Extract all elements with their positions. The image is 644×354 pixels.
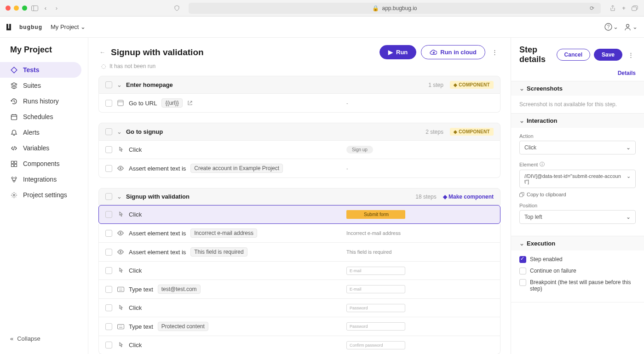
preview-text: - bbox=[346, 166, 348, 171]
click-icon bbox=[117, 268, 124, 274]
chevron-down-icon: ⌄ bbox=[627, 173, 631, 179]
logo[interactable]: bugbug bbox=[6, 24, 42, 30]
details-title: Step details bbox=[519, 45, 553, 64]
checkbox[interactable] bbox=[105, 249, 112, 256]
sidebar-toggle-icon[interactable] bbox=[31, 6, 38, 11]
checkbox[interactable] bbox=[105, 323, 112, 330]
step-row[interactable]: Go to URL{{url}}- bbox=[98, 94, 500, 113]
position-select[interactable]: Top left ⌄ bbox=[519, 210, 636, 224]
assert-icon bbox=[117, 230, 124, 236]
step-row[interactable]: Type textProtected contentPassword bbox=[98, 317, 500, 336]
step-row[interactable]: ClickConfirm password bbox=[98, 336, 500, 354]
step-count: 18 steps bbox=[415, 194, 436, 200]
step-param: test@test.com bbox=[158, 285, 201, 294]
sidebar-item-variables[interactable]: Variables bbox=[0, 140, 81, 156]
sidebar-item-project-settings[interactable]: Project settings bbox=[0, 187, 81, 203]
reload-icon[interactable]: ⟳ bbox=[590, 5, 594, 11]
checkbox[interactable] bbox=[105, 100, 112, 107]
help-dropdown[interactable]: ? ⌄ bbox=[604, 23, 618, 31]
cancel-button[interactable]: Cancel bbox=[557, 49, 590, 61]
checkbox[interactable] bbox=[105, 128, 112, 135]
checkbox[interactable] bbox=[105, 267, 112, 274]
screenshots-empty: Screenshot is not available for this ste… bbox=[511, 96, 644, 113]
external-link-icon[interactable] bbox=[187, 100, 193, 106]
step-param: Incorrect e-mail address bbox=[190, 228, 257, 238]
new-tab-icon[interactable]: + bbox=[620, 5, 627, 11]
step-row[interactable]: Assert element text isCreate account in … bbox=[98, 159, 500, 178]
url-bar[interactable]: 🔒 app.bugbug.io ⟳ bbox=[189, 3, 601, 14]
checkbox[interactable] bbox=[105, 342, 112, 348]
checkbox[interactable] bbox=[105, 165, 112, 172]
preview-text: This field is required bbox=[346, 249, 391, 255]
checkbox[interactable] bbox=[105, 286, 112, 293]
sidebar-item-suites[interactable]: Suites bbox=[0, 78, 81, 93]
help-icon[interactable]: ⓘ bbox=[540, 161, 545, 168]
action-select[interactable]: Click ⌄ bbox=[519, 141, 636, 154]
nav-label: Variables bbox=[23, 144, 49, 152]
checkbox[interactable] bbox=[105, 81, 112, 88]
nav-label: Components bbox=[23, 160, 59, 167]
more-menu[interactable]: ⋮ bbox=[490, 47, 500, 57]
group-header[interactable]: ⌄Enter homepage1 step◆ COMPONENT bbox=[98, 76, 500, 94]
section-screenshots-toggle[interactable]: ⌄Screenshots bbox=[511, 81, 644, 96]
step-row[interactable]: Assert element text isThis field is requ… bbox=[98, 243, 500, 262]
share-icon[interactable] bbox=[609, 5, 616, 11]
step-action: Assert element text is bbox=[129, 230, 186, 237]
user-menu[interactable]: ⌄ bbox=[624, 23, 638, 31]
sidebar-item-components[interactable]: Components bbox=[0, 156, 81, 171]
window-minimize[interactable] bbox=[14, 6, 19, 11]
sidebar-item-runs-history[interactable]: Runs history bbox=[0, 93, 81, 109]
shield-icon[interactable] bbox=[173, 5, 180, 11]
group-header[interactable]: ⌄Signup with validation18 steps◆ Make co… bbox=[98, 188, 500, 205]
checkbox[interactable] bbox=[105, 304, 112, 311]
window-close[interactable] bbox=[6, 6, 11, 11]
group-header[interactable]: ⌄Go to signup2 steps◆ COMPONENT bbox=[98, 123, 500, 141]
app-header: bugbug My Project ⌄ ? ⌄ ⌄ bbox=[0, 17, 644, 38]
run-cloud-button[interactable]: Run in cloud bbox=[421, 45, 485, 59]
checkbox[interactable] bbox=[105, 230, 112, 237]
element-input[interactable]: //DIV[@data-test-id="submit-create-accou… bbox=[519, 170, 636, 188]
checkbox[interactable] bbox=[105, 146, 112, 153]
svg-point-30 bbox=[120, 251, 121, 253]
lock-icon: 🔒 bbox=[372, 5, 379, 11]
assert-icon bbox=[117, 249, 124, 255]
checkbox-icon bbox=[519, 279, 526, 286]
copy-clipboard[interactable]: Copy to clipboard bbox=[519, 192, 636, 197]
step-enabled-check[interactable]: Step enabled bbox=[519, 256, 636, 263]
save-button[interactable]: Save bbox=[594, 49, 622, 61]
sidebar-item-schedules[interactable]: Schedules bbox=[0, 109, 81, 125]
collapse-sidebar[interactable]: « Collapse bbox=[0, 331, 88, 347]
section-execution-toggle[interactable]: ⌄Execution bbox=[511, 236, 644, 251]
step-row[interactable]: ClickSign up bbox=[98, 141, 500, 159]
step-count: 1 step bbox=[428, 82, 443, 88]
step-row[interactable]: ClickPassword bbox=[98, 299, 500, 317]
step-row[interactable]: ClickE-mail bbox=[98, 262, 500, 280]
nav-back-icon[interactable]: ‹ bbox=[42, 5, 49, 11]
project-dropdown[interactable]: My Project ⌄ bbox=[51, 23, 86, 30]
grid-icon bbox=[10, 160, 17, 167]
section-interaction-toggle[interactable]: ⌄Interaction bbox=[511, 114, 644, 128]
sidebar-item-integrations[interactable]: Integrations bbox=[0, 171, 81, 187]
breakpoint-check[interactable]: Breakpoint (the test will pause before t… bbox=[519, 279, 636, 292]
run-button[interactable]: ▶ Run bbox=[380, 45, 416, 59]
details-link[interactable]: Details bbox=[511, 68, 644, 81]
details-more-menu[interactable]: ⋮ bbox=[626, 50, 636, 60]
back-icon[interactable]: ← bbox=[99, 49, 105, 56]
step-action: Assert element text is bbox=[129, 249, 186, 256]
checkbox[interactable] bbox=[105, 193, 112, 200]
checkbox[interactable] bbox=[105, 211, 112, 218]
continue-on-failure-check[interactable]: Continue on failure bbox=[519, 268, 636, 274]
step-row[interactable]: Type texttest@test.comE-mail bbox=[98, 280, 500, 299]
sidebar-item-alerts[interactable]: Alerts bbox=[0, 125, 81, 140]
history-icon bbox=[10, 98, 17, 105]
step-row[interactable]: ClickSubmit form bbox=[98, 205, 500, 224]
assert-icon bbox=[117, 166, 124, 171]
step-action: Assert element text is bbox=[129, 165, 186, 172]
sidebar-item-tests[interactable]: Tests bbox=[0, 62, 81, 78]
svg-rect-18 bbox=[14, 164, 17, 166]
tabs-icon[interactable] bbox=[631, 6, 638, 11]
make-component-link[interactable]: ◆ Make component bbox=[443, 194, 494, 200]
step-row[interactable]: Assert element text isIncorrect e-mail a… bbox=[98, 224, 500, 243]
window-maximize[interactable] bbox=[22, 6, 27, 11]
svg-point-26 bbox=[120, 167, 121, 169]
